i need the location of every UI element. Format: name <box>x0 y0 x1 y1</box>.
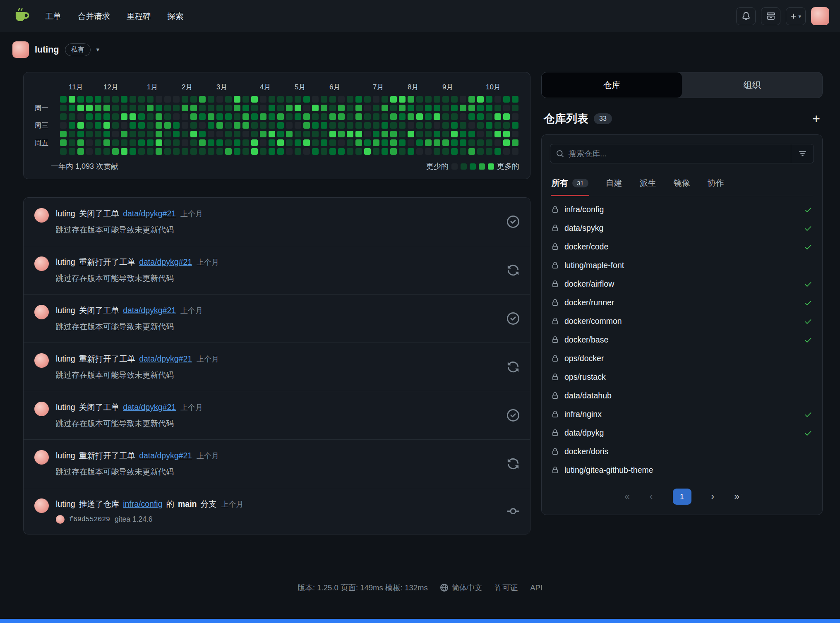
heatmap-cell[interactable] <box>251 105 258 111</box>
nav-item-pull-requests[interactable]: 合并请求 <box>71 7 117 26</box>
heatmap-cell[interactable] <box>460 122 466 129</box>
heatmap-cell[interactable] <box>225 148 232 155</box>
new-repo-button[interactable]: + <box>812 112 820 125</box>
heatmap-cell[interactable] <box>399 105 406 111</box>
heatmap-cell[interactable] <box>164 105 171 111</box>
repo-list-item[interactable]: infra/config <box>542 200 822 219</box>
heatmap-cell[interactable] <box>468 105 475 111</box>
heatmap-cell[interactable] <box>390 113 397 120</box>
heatmap-cell[interactable] <box>494 139 501 146</box>
heatmap-cell[interactable] <box>399 122 406 129</box>
heatmap-cell[interactable] <box>199 105 206 111</box>
repo-link[interactable]: ops/docker <box>564 354 604 363</box>
pagination-first[interactable]: « <box>624 492 630 501</box>
heatmap-cell[interactable] <box>321 113 327 120</box>
repo-link[interactable]: infra/config <box>564 205 604 214</box>
heatmap-cell[interactable] <box>77 105 84 111</box>
heatmap-cell[interactable] <box>416 139 423 146</box>
heatmap-cell[interactable] <box>69 105 75 111</box>
heatmap-cell[interactable] <box>251 148 258 155</box>
heatmap-cell[interactable] <box>286 96 293 103</box>
heatmap-cell[interactable] <box>494 113 501 120</box>
heatmap-cell[interactable] <box>503 139 510 146</box>
pagination-next[interactable]: › <box>711 492 715 501</box>
heatmap-cell[interactable] <box>225 131 232 137</box>
heatmap-cell[interactable] <box>182 113 188 120</box>
heatmap-cell[interactable] <box>425 131 432 137</box>
heatmap-cell[interactable] <box>156 139 162 146</box>
heatmap-cell[interactable] <box>182 139 188 146</box>
heatmap-cell[interactable] <box>260 131 266 137</box>
heatmap-cell[interactable] <box>303 148 310 155</box>
heatmap-cell[interactable] <box>329 96 336 103</box>
heatmap-cell[interactable] <box>416 148 423 155</box>
heatmap-cell[interactable] <box>434 139 440 146</box>
heatmap-cell[interactable] <box>173 105 180 111</box>
heatmap-cell[interactable] <box>382 148 388 155</box>
heatmap-cell[interactable] <box>512 113 518 120</box>
heatmap-cell[interactable] <box>190 148 197 155</box>
heatmap-cell[interactable] <box>182 96 188 103</box>
heatmap-cell[interactable] <box>399 131 406 137</box>
heatmap-cell[interactable] <box>295 113 301 120</box>
heatmap-cell[interactable] <box>269 122 275 129</box>
repo-filter-forks[interactable]: 派生 <box>639 174 657 196</box>
heatmap-cell[interactable] <box>442 122 449 129</box>
repo-link[interactable]: docker/runner <box>564 298 614 307</box>
heatmap-cell[interactable] <box>425 105 432 111</box>
heatmap-cell[interactable] <box>121 148 127 155</box>
heatmap-cell[interactable] <box>182 148 188 155</box>
repo-list-item[interactable]: docker/base <box>542 331 822 349</box>
heatmap-cell[interactable] <box>477 96 484 103</box>
heatmap-cell[interactable] <box>382 105 388 111</box>
repo-list-item[interactable]: docker/code <box>542 237 822 256</box>
heatmap-cell[interactable] <box>460 139 466 146</box>
heatmap-cell[interactable] <box>103 148 110 155</box>
heatmap-cell[interactable] <box>208 131 214 137</box>
heatmap-cell[interactable] <box>147 122 154 129</box>
heatmap-cell[interactable] <box>329 113 336 120</box>
tab-repositories[interactable]: 仓库 <box>542 72 682 98</box>
heatmap-cell[interactable] <box>77 96 84 103</box>
repo-link[interactable]: luting/maple-font <box>564 261 624 270</box>
heatmap-cell[interactable] <box>86 131 93 137</box>
heatmap-cell[interactable] <box>147 105 154 111</box>
heatmap-cell[interactable] <box>251 122 258 129</box>
heatmap-cell[interactable] <box>321 96 327 103</box>
feed-target-link[interactable]: data/dpykg#21 <box>139 451 192 460</box>
heatmap-cell[interactable] <box>399 139 406 146</box>
heatmap-cell[interactable] <box>295 105 301 111</box>
heatmap-cell[interactable] <box>242 113 249 120</box>
feed-actor-link[interactable]: luting <box>56 499 75 509</box>
chevron-down-icon[interactable]: ▾ <box>96 46 100 53</box>
heatmap-cell[interactable] <box>147 96 154 103</box>
heatmap-cell[interactable] <box>269 96 275 103</box>
heatmap-cell[interactable] <box>199 113 206 120</box>
heatmap-cell[interactable] <box>460 96 466 103</box>
archive-button[interactable] <box>761 7 780 25</box>
heatmap-cell[interactable] <box>138 139 145 146</box>
heatmap-cell[interactable] <box>286 148 293 155</box>
heatmap-cell[interactable] <box>425 122 432 129</box>
heatmap-cell[interactable] <box>425 139 432 146</box>
heatmap-cell[interactable] <box>338 139 345 146</box>
heatmap-cell[interactable] <box>190 131 197 137</box>
heatmap-cell[interactable] <box>234 122 240 129</box>
heatmap-cell[interactable] <box>364 96 371 103</box>
heatmap-cell[interactable] <box>199 131 206 137</box>
avatar[interactable] <box>34 305 49 319</box>
heatmap-cell[interactable] <box>503 122 510 129</box>
heatmap-cell[interactable] <box>477 139 484 146</box>
heatmap-cell[interactable] <box>503 113 510 120</box>
heatmap-cell[interactable] <box>434 96 440 103</box>
heatmap-cell[interactable] <box>234 139 240 146</box>
heatmap-cell[interactable] <box>164 96 171 103</box>
heatmap-cell[interactable] <box>60 96 67 103</box>
heatmap-cell[interactable] <box>373 105 379 111</box>
heatmap-cell[interactable] <box>234 96 240 103</box>
heatmap-cell[interactable] <box>121 122 127 129</box>
heatmap-cell[interactable] <box>277 131 284 137</box>
heatmap-cell[interactable] <box>338 105 345 111</box>
repo-filter-sources[interactable]: 自建 <box>605 174 623 196</box>
heatmap-cell[interactable] <box>269 139 275 146</box>
